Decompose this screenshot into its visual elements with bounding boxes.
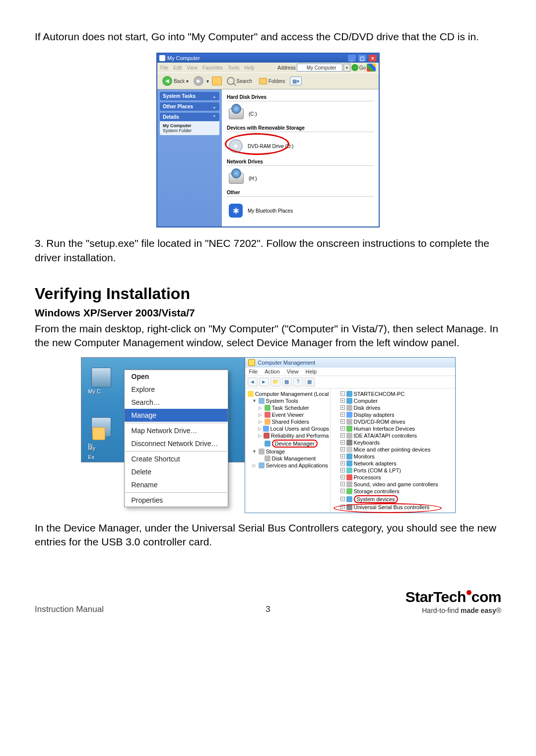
cm-menu-help[interactable]: Help bbox=[305, 369, 317, 375]
expand-icon[interactable]: + bbox=[340, 412, 345, 417]
close-button[interactable]: × bbox=[369, 55, 377, 62]
cm-toolbar-button[interactable]: ? bbox=[293, 378, 303, 386]
tree-node[interactable]: Device Manager bbox=[246, 439, 329, 448]
expand-icon[interactable]: + bbox=[340, 461, 345, 465]
context-menu-item[interactable]: Properties bbox=[125, 494, 228, 507]
device-node[interactable]: +DVD/CD-ROM drives bbox=[332, 418, 454, 425]
up-button[interactable] bbox=[212, 76, 222, 85]
device-icon bbox=[346, 504, 352, 510]
cm-menu-file[interactable]: File bbox=[249, 369, 258, 375]
cm-menu-action[interactable]: Action bbox=[265, 369, 280, 375]
expand-icon[interactable]: + bbox=[340, 440, 345, 445]
minimize-button[interactable]: _ bbox=[348, 55, 356, 62]
expand-icon[interactable]: + bbox=[340, 454, 345, 458]
context-menu-item[interactable]: Map Network Drive… bbox=[125, 424, 228, 437]
tree-node[interactable]: Disk Management bbox=[246, 455, 329, 462]
maximize-button[interactable]: ▢ bbox=[358, 55, 366, 62]
window-icon bbox=[159, 55, 165, 61]
views-button[interactable]: ▦▾ bbox=[290, 76, 302, 85]
context-menu-item[interactable]: Manage bbox=[125, 409, 228, 422]
cm-toolbar-button[interactable]: ▦ bbox=[282, 378, 292, 386]
context-menu-item[interactable]: Disconnect Network Drive… bbox=[125, 437, 228, 450]
small-desktop-icon[interactable] bbox=[92, 427, 105, 440]
context-menu-item[interactable]: Create Shortcut bbox=[125, 453, 228, 465]
sidebar-system-tasks[interactable]: System Tasks⌄ bbox=[160, 92, 219, 100]
tree-node[interactable]: ▷Shared Folders bbox=[246, 418, 329, 425]
sidebar-details[interactable]: Details⌃ bbox=[160, 113, 219, 121]
context-menu-item[interactable]: Rename bbox=[125, 478, 228, 491]
expand-icon[interactable]: + bbox=[340, 475, 345, 479]
expand-icon[interactable]: + bbox=[340, 419, 345, 424]
cm-toolbar-button[interactable]: ▦ bbox=[305, 378, 315, 386]
expand-icon[interactable]: + bbox=[340, 433, 345, 438]
expand-icon[interactable]: + bbox=[340, 489, 345, 493]
device-node[interactable]: +Universal Serial Bus controllers bbox=[332, 504, 454, 511]
device-node[interactable]: +Network adapters bbox=[332, 460, 454, 467]
tree-node[interactable]: Computer Management (Local bbox=[246, 390, 329, 397]
context-menu-item[interactable]: Search… bbox=[125, 396, 228, 409]
device-node[interactable]: +Mice and other pointing devices bbox=[332, 446, 454, 453]
tree-node[interactable]: ▷Event Viewer bbox=[246, 411, 329, 418]
device-node[interactable]: +System devices bbox=[332, 495, 454, 504]
drive-dvd[interactable]: DVD-RAM Drive (D:) bbox=[227, 136, 374, 156]
titlebar: My Computer _ ▢ × bbox=[157, 54, 379, 63]
category-other: Other bbox=[227, 190, 374, 197]
expand-icon[interactable]: − bbox=[340, 391, 345, 396]
expand-icon[interactable]: + bbox=[340, 426, 345, 431]
device-node[interactable]: +Computer bbox=[332, 397, 454, 404]
device-node[interactable]: −STARTECHCOM-PC bbox=[332, 390, 454, 397]
cm-toolbar-button[interactable]: ► bbox=[259, 378, 269, 386]
go-button[interactable]: → bbox=[351, 64, 358, 71]
device-node[interactable]: +Display adapters bbox=[332, 411, 454, 418]
menu-help[interactable]: Help bbox=[244, 65, 255, 71]
expand-icon[interactable]: + bbox=[340, 447, 345, 452]
menu-view[interactable]: View bbox=[187, 65, 198, 71]
drive-h[interactable]: (H:) bbox=[227, 170, 374, 187]
device-node[interactable]: +Processors bbox=[332, 474, 454, 481]
device-node[interactable]: +Ports (COM & LPT) bbox=[332, 467, 454, 474]
tree-node[interactable]: ▷Services and Applications bbox=[246, 462, 329, 469]
device-node[interactable]: +Disk drives bbox=[332, 404, 454, 411]
menu-favorites[interactable]: Favorites bbox=[202, 65, 223, 71]
expand-icon[interactable]: + bbox=[340, 505, 345, 509]
device-icon bbox=[346, 488, 352, 494]
context-menu-item[interactable]: Delete bbox=[125, 465, 228, 478]
drive-c[interactable]: (C:) bbox=[227, 105, 374, 122]
tree-node[interactable]: ▼Storage bbox=[246, 448, 329, 455]
context-menu-item[interactable]: Explore bbox=[125, 383, 228, 396]
menu-file[interactable]: File bbox=[160, 65, 168, 71]
cm-toolbar-button[interactable]: ◄ bbox=[248, 378, 258, 386]
tree-node[interactable]: ▷Reliability and Performa bbox=[246, 432, 329, 439]
device-node[interactable]: +Monitors bbox=[332, 453, 454, 460]
address-field[interactable]: My Computer bbox=[297, 64, 342, 72]
small-icon-label-1: In bbox=[88, 442, 105, 448]
device-node[interactable]: +Keyboards bbox=[332, 439, 454, 446]
expand-icon[interactable]: + bbox=[340, 405, 345, 410]
expand-icon[interactable]: + bbox=[340, 497, 345, 501]
device-node[interactable]: +Human Interface Devices bbox=[332, 425, 454, 432]
tree-node[interactable]: ▷Local Users and Groups bbox=[246, 425, 329, 432]
device-node[interactable]: +IDE ATA/ATAPI controllers bbox=[332, 432, 454, 439]
menu-tools[interactable]: Tools bbox=[228, 65, 239, 71]
sidebar-other-places[interactable]: Other Places⌄ bbox=[160, 102, 219, 111]
search-button[interactable]: Search bbox=[225, 76, 254, 86]
bluetooth-places[interactable]: ∗My Bluetooth Places bbox=[227, 201, 374, 221]
my-computer-desktop-icon[interactable] bbox=[91, 368, 111, 387]
address-dropdown[interactable]: ▾ bbox=[343, 64, 350, 72]
sidebar-details-content: My Computer System Folder bbox=[160, 121, 219, 135]
device-icon bbox=[346, 447, 352, 453]
expand-icon[interactable]: + bbox=[340, 468, 345, 472]
tree-node[interactable]: ▼System Tools bbox=[246, 397, 329, 404]
tree-node[interactable]: ▷Task Scheduler bbox=[246, 404, 329, 411]
context-menu-item[interactable]: Open bbox=[125, 370, 228, 383]
cm-toolbar-button[interactable]: 📁 bbox=[270, 378, 280, 386]
folders-button[interactable]: Folders bbox=[257, 77, 287, 85]
forward-button[interactable]: ► bbox=[194, 76, 203, 86]
back-button[interactable]: ◄Back ▾ bbox=[160, 75, 191, 87]
device-node[interactable]: +Sound, video and game controllers bbox=[332, 481, 454, 488]
menu-edit[interactable]: Edit bbox=[173, 65, 182, 71]
cm-menu-view[interactable]: View bbox=[287, 369, 299, 375]
expand-icon[interactable]: + bbox=[340, 482, 345, 486]
expand-icon[interactable]: + bbox=[340, 398, 345, 403]
device-node[interactable]: +Storage controllers bbox=[332, 488, 454, 495]
